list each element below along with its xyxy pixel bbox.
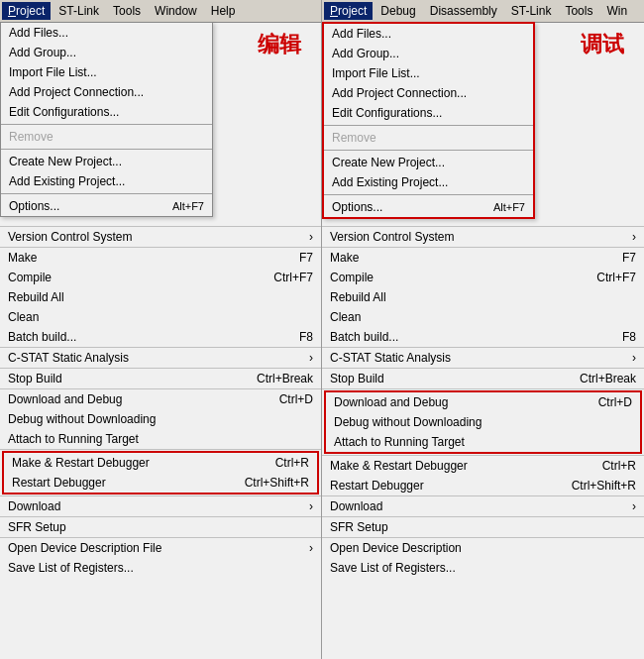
right-open-device[interactable]: Open Device Description bbox=[322, 538, 644, 558]
right-batch-build[interactable]: Batch build...F8 bbox=[322, 327, 644, 347]
right-make-restart[interactable]: Make & Restart DebuggerCtrl+R bbox=[322, 456, 644, 476]
left-menu-add-files[interactable]: Add Files... bbox=[1, 23, 212, 43]
right-clean[interactable]: Clean bbox=[322, 307, 644, 327]
left-panel: Project ST-Link Tools Window Help 编辑 Add… bbox=[0, 0, 322, 659]
right-menu-options[interactable]: Options... Alt+F7 bbox=[324, 197, 533, 217]
left-menu-import-file[interactable]: Import File List... bbox=[1, 62, 212, 82]
left-menu-help[interactable]: Help bbox=[205, 2, 242, 20]
left-menu-edit-config[interactable]: Edit Configurations... bbox=[1, 102, 212, 122]
left-download[interactable]: Download› bbox=[0, 496, 321, 516]
left-make[interactable]: MakeF7 bbox=[0, 248, 321, 268]
right-menu-stlink[interactable]: ST-Link bbox=[505, 2, 558, 20]
left-sfr-setup[interactable]: SFR Setup bbox=[0, 517, 321, 537]
right-restart-debugger[interactable]: Restart DebuggerCtrl+Shift+R bbox=[322, 476, 644, 495]
right-download[interactable]: Download› bbox=[322, 496, 644, 516]
left-make-restart[interactable]: Make & Restart DebuggerCtrl+R bbox=[4, 453, 317, 473]
left-version-control[interactable]: Version Control System › bbox=[0, 227, 321, 247]
left-cstat[interactable]: C-STAT Static Analysis› bbox=[0, 348, 321, 368]
right-compile[interactable]: CompileCtrl+F7 bbox=[322, 268, 644, 287]
left-menu-options[interactable]: Options... Alt+F7 bbox=[1, 196, 212, 216]
right-options-shortcut: Alt+F7 bbox=[493, 201, 525, 213]
right-sfr-setup[interactable]: SFR Setup bbox=[322, 517, 644, 537]
left-options-shortcut: Alt+F7 bbox=[172, 200, 204, 212]
left-clean[interactable]: Clean bbox=[0, 307, 321, 327]
right-menu-project[interactable]: Project bbox=[324, 2, 373, 20]
left-dropdown: Add Files... Add Group... Import File Li… bbox=[0, 22, 213, 217]
left-menu-window[interactable]: Window bbox=[149, 2, 203, 20]
left-open-device[interactable]: Open Device Description File› bbox=[0, 538, 321, 558]
left-menu-project[interactable]: Project bbox=[2, 2, 51, 20]
right-menu-disassembly[interactable]: Disassembly bbox=[424, 2, 503, 20]
right-menu-create-project[interactable]: Create New Project... bbox=[324, 153, 533, 172]
left-debug-without[interactable]: Debug without Downloading bbox=[0, 409, 321, 429]
left-stop-build[interactable]: Stop BuildCtrl+Break bbox=[0, 369, 321, 388]
left-panel-label: 编辑 bbox=[258, 30, 301, 59]
right-make[interactable]: MakeF7 bbox=[322, 248, 644, 268]
left-menu-remove[interactable]: Remove bbox=[1, 127, 212, 147]
left-batch-build[interactable]: Batch build...F8 bbox=[0, 327, 321, 347]
right-below-items: Version Control System› MakeF7 CompileCt… bbox=[322, 226, 644, 578]
right-debug-without[interactable]: Debug without Downloading bbox=[326, 412, 640, 432]
right-cstat[interactable]: C-STAT Static Analysis› bbox=[322, 348, 644, 368]
left-menubar: Project ST-Link Tools Window Help bbox=[0, 0, 321, 23]
left-save-registers[interactable]: Save List of Registers... bbox=[0, 558, 321, 578]
left-below-items: Version Control System › MakeF7 CompileC… bbox=[0, 226, 321, 578]
right-menu-debug[interactable]: Debug bbox=[375, 2, 421, 20]
right-panel: Project Debug Disassembly ST-Link Tools … bbox=[322, 0, 644, 659]
left-menu-add-group[interactable]: Add Group... bbox=[1, 43, 212, 62]
right-stop-build[interactable]: Stop BuildCtrl+Break bbox=[322, 369, 644, 388]
right-menu-tools[interactable]: Tools bbox=[559, 2, 598, 20]
left-restart-debugger[interactable]: Restart DebuggerCtrl+Shift+R bbox=[4, 473, 317, 493]
right-dropdown: Add Files... Add Group... Import File Li… bbox=[322, 22, 535, 219]
right-menu-add-files[interactable]: Add Files... bbox=[324, 24, 533, 44]
right-menu-edit-config[interactable]: Edit Configurations... bbox=[324, 103, 533, 123]
left-menu-add-project-connection[interactable]: Add Project Connection... bbox=[1, 82, 212, 102]
right-menu-win[interactable]: Win bbox=[600, 2, 633, 20]
left-attach[interactable]: Attach to Running Target bbox=[0, 429, 321, 449]
left-compile[interactable]: CompileCtrl+F7 bbox=[0, 268, 321, 287]
right-version-control[interactable]: Version Control System› bbox=[322, 227, 644, 247]
right-menu-add-connection[interactable]: Add Project Connection... bbox=[324, 83, 533, 103]
right-panel-label: 调试 bbox=[581, 30, 624, 59]
left-menu-stlink[interactable]: ST-Link bbox=[53, 2, 105, 20]
left-download-debug[interactable]: Download and DebugCtrl+D bbox=[0, 389, 321, 409]
left-rebuild[interactable]: Rebuild All bbox=[0, 287, 321, 307]
right-menu-add-group[interactable]: Add Group... bbox=[324, 44, 533, 63]
right-menu-import-file[interactable]: Import File List... bbox=[324, 63, 533, 83]
right-menu-add-existing[interactable]: Add Existing Project... bbox=[324, 172, 533, 192]
right-attach[interactable]: Attach to Running Target bbox=[326, 432, 640, 452]
right-menubar: Project Debug Disassembly ST-Link Tools … bbox=[322, 0, 644, 23]
left-menu-add-existing[interactable]: Add Existing Project... bbox=[1, 171, 212, 191]
right-download-debug[interactable]: Download and DebugCtrl+D bbox=[326, 392, 640, 412]
left-menu-create-project[interactable]: Create New Project... bbox=[1, 152, 212, 171]
right-save-registers[interactable]: Save List of Registers... bbox=[322, 558, 644, 578]
right-rebuild[interactable]: Rebuild All bbox=[322, 287, 644, 307]
right-menu-remove[interactable]: Remove bbox=[324, 128, 533, 148]
left-menu-tools[interactable]: Tools bbox=[107, 2, 147, 20]
